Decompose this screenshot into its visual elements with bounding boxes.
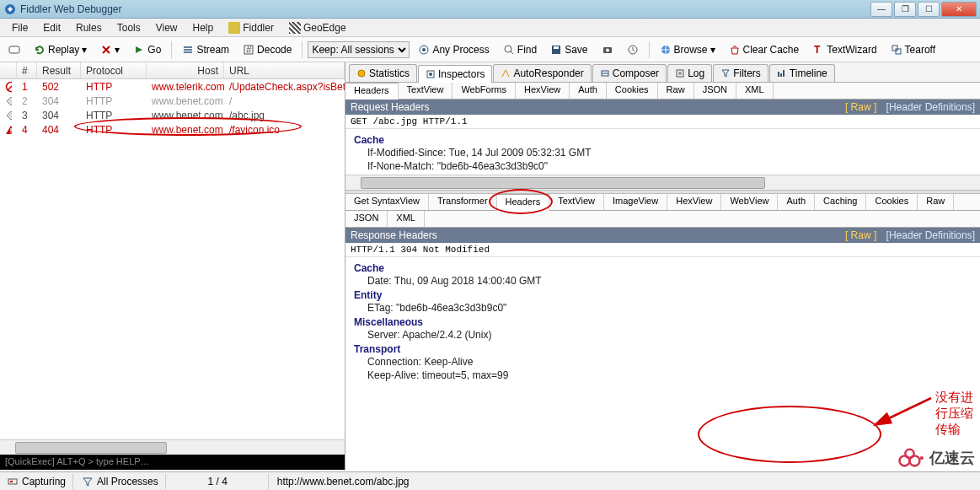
main-area: # Result Protocol Host URL 1502HTTPwww.t… [0,62,980,470]
col-icon[interactable] [0,62,17,78]
separator [649,41,650,58]
quickexec[interactable]: [QuickExec] ALT+Q > type HELP… [0,455,345,470]
status-capturing[interactable]: Capturing [0,474,73,489]
resptab-auth[interactable]: Auth [778,194,815,210]
any-process-button[interactable]: Any Process [413,41,494,58]
request-hscroll[interactable] [345,175,980,190]
restore-button[interactable]: ❐ [894,2,916,17]
resptab-raw[interactable]: Raw [918,194,954,210]
close-button[interactable]: ✕ [941,2,977,17]
col-num[interactable]: # [17,62,37,78]
decode-icon: # [243,44,254,56]
maximize-button[interactable]: ☐ [918,2,940,17]
header-group: Cache [354,134,972,146]
remove-icon [100,44,112,56]
replay-button[interactable]: Replay ▾ [29,41,92,58]
request-raw-link[interactable]: [ Raw ] [845,101,876,113]
capturing-label: Capturing [22,476,66,487]
tab-label: Timeline [790,67,827,79]
resptab-hexview[interactable]: HexView [667,194,721,210]
go-button[interactable]: Go [128,41,166,58]
menu-tools[interactable]: Tools [110,20,147,35]
cell-protocol: HTTP [81,81,147,93]
scroll-thumb[interactable] [361,177,765,189]
resptab-headers[interactable]: Headers [497,194,550,211]
resptab-cookies[interactable]: Cookies [866,194,918,210]
minimize-button[interactable]: — [870,2,892,17]
save-label: Save [565,44,587,56]
tab-composer[interactable]: Composer [592,64,667,82]
resptab-xml[interactable]: XML [388,211,425,227]
find-button[interactable]: Find [498,41,542,58]
session-row[interactable]: 2304HTTPwww.benet.com/ [0,94,345,108]
screenshot-button[interactable] [597,41,619,58]
menu-view[interactable]: View [149,20,185,35]
cell-num: 4 [17,124,37,136]
reqtab-hexview[interactable]: HexView [516,83,570,99]
col-url[interactable]: URL [224,62,345,78]
decode-button[interactable]: #Decode [238,41,297,58]
cell-host: www.benet.com [147,95,224,107]
response-raw-link[interactable]: [ Raw ] [845,229,876,241]
tab-inspectors[interactable]: Inspectors [418,65,492,83]
menu-fiddler[interactable]: Fiddler [222,20,281,35]
menu-edit[interactable]: Edit [36,20,67,35]
svg-rect-8 [554,46,559,49]
tab-statistics[interactable]: Statistics [349,64,417,82]
session-row[interactable]: 3304HTTPwww.benet.com/abc.jpg [0,108,345,122]
sessions-hscroll[interactable] [0,439,345,455]
status-bar: Capturing All Processes 1 / 4 http://www… [0,471,980,490]
textwizard-button[interactable]: TTextWizard [807,41,881,58]
resptab-textview[interactable]: TextView [549,194,604,210]
resptab-webview[interactable]: WebView [721,194,778,210]
comment-button[interactable] [3,41,25,58]
menu-geoedge[interactable]: GeoEdge [282,20,353,35]
stream-button[interactable]: Stream [177,41,234,58]
response-headerdefs-link[interactable]: [Header Definitions] [886,229,975,241]
reqtab-auth[interactable]: Auth [570,83,607,99]
resptab-caching[interactable]: Caching [815,194,866,210]
reqtab-cookies[interactable]: Cookies [607,83,658,99]
menu-help[interactable]: Help [186,20,221,35]
tab-log[interactable]: Log [667,64,712,82]
session-row[interactable]: 1502HTTPwww.telerik.com/UpdateCheck.aspx… [0,79,345,94]
browse-label: Browse [674,44,708,56]
resptab-json[interactable]: JSON [345,211,388,227]
clear-cache-button[interactable]: Clear Cache [724,41,805,58]
reqtab-headers[interactable]: Headers [345,83,399,100]
tab-label: Log [688,67,704,79]
request-headerdefs-link[interactable]: [Header Definitions] [886,101,975,113]
tab-filters[interactable]: Filters [713,64,768,82]
tearoff-button[interactable]: Tearoff [886,41,940,58]
main-tabs: StatisticsInspectorsAutoResponderCompose… [345,62,980,83]
reqtab-json[interactable]: JSON [694,83,736,99]
reqtab-webforms[interactable]: WebForms [453,83,516,99]
scroll-thumb[interactable] [15,442,167,454]
resptab-imageview[interactable]: ImageView [604,194,667,210]
header-group: Transport [354,343,972,355]
browse-button[interactable]: Browse ▾ [655,41,720,58]
status-processes[interactable]: All Processes [75,474,166,489]
reqtab-textview[interactable]: TextView [399,83,453,99]
find-label: Find [517,44,537,56]
timer-button[interactable] [622,41,644,58]
col-result[interactable]: Result [37,62,81,78]
clearcache-icon [729,44,741,56]
reqtab-xml[interactable]: XML [736,83,774,99]
menu-file[interactable]: File [5,20,35,35]
anyproc-label: Any Process [432,44,489,56]
menu-rules[interactable]: Rules [69,20,109,35]
svg-rect-14 [892,46,897,51]
remove-button[interactable]: ▾ [95,41,125,58]
tab-timeline[interactable]: Timeline [769,64,835,82]
save-button[interactable]: Save [545,41,592,58]
resptab-transformer[interactable]: Transformer [429,194,497,210]
keep-sessions-select[interactable]: Keep: All sessions [308,41,410,58]
resptab-getsyntaxview[interactable]: Get SyntaxView [345,194,429,210]
session-row[interactable]: 4404HTTPwww.benet.com/favicon.ico [0,122,345,137]
cell-result: 502 [37,81,81,93]
tab-autoresponder[interactable]: AutoResponder [493,64,591,82]
reqtab-raw[interactable]: Raw [658,83,694,99]
col-protocol[interactable]: Protocol [81,62,147,78]
col-host[interactable]: Host [147,62,224,78]
